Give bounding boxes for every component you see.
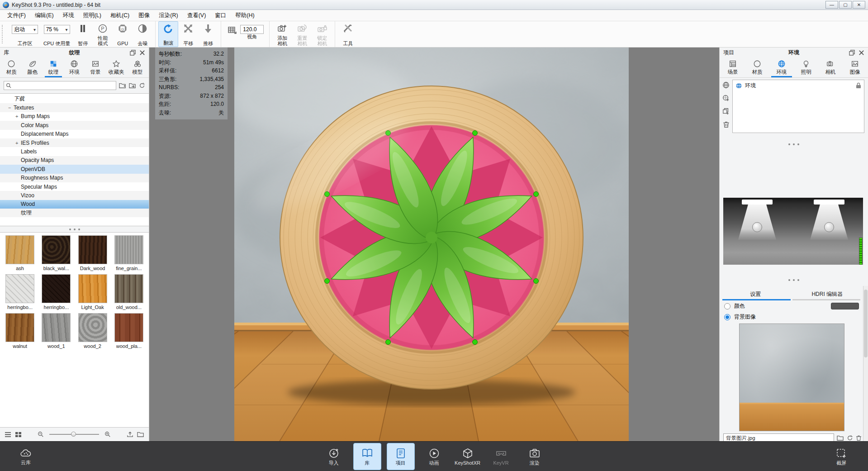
- texture-thumb-herringbone-1[interactable]: herringbo...: [5, 274, 35, 313]
- tree-item-wood[interactable]: Wood: [0, 200, 149, 209]
- dolly-button[interactable]: 推移: [198, 21, 218, 47]
- tree-item-openvdb[interactable]: OpenVDB: [0, 165, 149, 173]
- menu-lighting[interactable]: 照明(L): [79, 10, 106, 21]
- folder-icon[interactable]: [137, 431, 144, 438]
- close-panel-icon[interactable]: [139, 50, 145, 56]
- reload-icon[interactable]: [847, 435, 853, 441]
- tree-item-specular-maps[interactable]: Specular Maps: [0, 182, 149, 191]
- upload-icon[interactable]: [127, 431, 133, 438]
- background-color-swatch[interactable]: [831, 303, 859, 309]
- background-image-radio[interactable]: [724, 314, 730, 320]
- hdri-brightness-slider[interactable]: [859, 238, 863, 265]
- refresh-icon[interactable]: [139, 82, 145, 89]
- tumble-button[interactable]: 翻滚: [158, 21, 178, 47]
- texture-thumb-herringbone-2[interactable]: herringbo...: [41, 274, 71, 313]
- minimize-button[interactable]: —: [825, 1, 838, 9]
- tree-item-textures-cn[interactable]: 纹理: [0, 209, 149, 217]
- menu-environment[interactable]: 环境: [58, 10, 79, 21]
- browse-folder-icon[interactable]: [837, 435, 844, 441]
- tree-item-downloads[interactable]: 下载: [0, 95, 149, 103]
- import-folder-icon[interactable]: [129, 82, 136, 89]
- maximize-button[interactable]: ▢: [839, 1, 852, 9]
- lock-camera-button[interactable]: 锁定相机: [312, 21, 332, 47]
- add-environment-icon[interactable]: [722, 95, 730, 102]
- tree-item-displacement-maps[interactable]: Displacement Maps: [0, 130, 149, 138]
- dock-keyshotxr-button[interactable]: KeyShotXR: [454, 443, 482, 470]
- close-panel-icon[interactable]: [859, 50, 864, 56]
- dock-keyvr-button[interactable]: KeyVR: [487, 443, 515, 470]
- menu-edit[interactable]: 编辑(E): [30, 10, 58, 21]
- panel-splitter[interactable]: [720, 141, 868, 147]
- hdri-environment-preview[interactable]: [723, 198, 863, 265]
- menu-file[interactable]: 文件(F): [3, 10, 30, 21]
- float-panel-icon[interactable]: [130, 50, 136, 56]
- pause-button[interactable]: 暂停: [73, 21, 93, 47]
- panel-splitter[interactable]: [0, 226, 149, 232]
- tree-item-roughness-maps[interactable]: Roughness Maps: [0, 174, 149, 182]
- tree-item-opacity-maps[interactable]: Opacity Maps: [0, 156, 149, 165]
- menu-help[interactable]: 帮助(H): [231, 10, 259, 21]
- project-tab-image[interactable]: 图像: [843, 57, 867, 77]
- texture-thumb-dark-wood[interactable]: Dark_wood: [77, 235, 108, 274]
- tree-item-labels[interactable]: Labels: [0, 147, 149, 156]
- library-tab-environments[interactable]: 环境: [64, 57, 85, 77]
- scrollbar-thumb[interactable]: [864, 290, 868, 357]
- project-tab-materials[interactable]: 材质: [745, 57, 769, 77]
- texture-thumb-wood-planks[interactable]: wood_pla...: [114, 313, 144, 352]
- cpu-usage-dropdown[interactable]: 75 %: [44, 25, 70, 34]
- tree-item-vizoo[interactable]: Vizoo: [0, 191, 149, 200]
- dock-render-button[interactable]: 渲染: [521, 443, 549, 470]
- texture-thumb-ash[interactable]: ash: [5, 235, 35, 274]
- menu-window[interactable]: 窗口: [210, 10, 231, 21]
- texture-thumb-fine-grain[interactable]: fine_grain...: [114, 235, 144, 274]
- menu-render[interactable]: 渲染(R): [154, 10, 182, 21]
- tree-item-ies-profiles[interactable]: IES Profiles: [0, 138, 149, 147]
- hdri-light-pin[interactable]: [738, 200, 776, 243]
- add-folder-icon[interactable]: [119, 82, 126, 89]
- environment-sphere-icon[interactable]: [722, 81, 730, 89]
- float-panel-icon[interactable]: [849, 50, 855, 56]
- cloud-library-button[interactable]: 云库: [12, 443, 40, 470]
- toolbar-grip[interactable]: [2, 25, 3, 43]
- menu-view[interactable]: 查看(V): [183, 10, 211, 21]
- settings-tab[interactable]: 设置: [720, 290, 792, 300]
- pan-button[interactable]: 平移: [178, 21, 198, 47]
- delete-environment-icon[interactable]: [723, 121, 730, 128]
- texture-thumb-walnut[interactable]: walnut: [5, 313, 35, 352]
- library-tab-models[interactable]: 模型: [127, 57, 148, 77]
- menu-camera[interactable]: 相机(C): [106, 10, 134, 21]
- library-tab-favorites[interactable]: 收藏夹: [106, 57, 127, 77]
- menu-image[interactable]: 图像: [134, 10, 154, 21]
- tree-item-bump-maps[interactable]: Bump Maps: [0, 112, 149, 121]
- tree-item-color-maps[interactable]: Color Maps: [0, 121, 149, 129]
- list-view-icon[interactable]: [5, 432, 11, 438]
- library-tab-textures[interactable]: 纹理: [43, 57, 64, 77]
- workspace-dropdown[interactable]: 启动: [12, 25, 38, 34]
- project-tab-lighting[interactable]: 照明: [794, 57, 818, 77]
- texture-thumb-light-oak[interactable]: Light_Oak: [77, 274, 108, 313]
- dock-import-button[interactable]: 导入: [320, 443, 348, 470]
- reset-camera-button[interactable]: 重置相机: [292, 21, 312, 47]
- library-tab-materials[interactable]: 材质: [1, 57, 22, 77]
- texture-thumb-black-walnut[interactable]: black_wal...: [41, 235, 71, 274]
- add-camera-button[interactable]: 添加相机: [272, 21, 292, 47]
- texture-thumb-wood-2[interactable]: wood_2: [77, 313, 108, 352]
- project-tab-environment[interactable]: 环境: [769, 57, 794, 77]
- slider-handle[interactable]: [71, 432, 76, 437]
- screenshot-button[interactable]: 截屏: [827, 443, 855, 470]
- thumbnail-size-slider[interactable]: [49, 434, 99, 435]
- settings-scrollbar[interactable]: [863, 286, 868, 441]
- denoise-button[interactable]: 去噪: [133, 21, 152, 47]
- background-image-preview[interactable]: [739, 324, 844, 431]
- grid-view-icon[interactable]: [15, 432, 22, 438]
- dock-library-button[interactable]: 库: [353, 443, 381, 470]
- gpu-button[interactable]: G GPU: [113, 21, 133, 47]
- panel-splitter[interactable]: [720, 277, 868, 283]
- fov-field[interactable]: [240, 25, 264, 34]
- project-tab-camera[interactable]: 相机: [818, 57, 843, 77]
- tree-item-textures[interactable]: Textures: [0, 103, 149, 112]
- project-tab-scene[interactable]: 场景: [721, 57, 745, 77]
- texture-thumb-wood-1[interactable]: wood_1: [41, 313, 71, 352]
- zoom-in-icon[interactable]: [104, 431, 111, 438]
- texture-thumb-old-wood[interactable]: old_wood...: [114, 274, 144, 313]
